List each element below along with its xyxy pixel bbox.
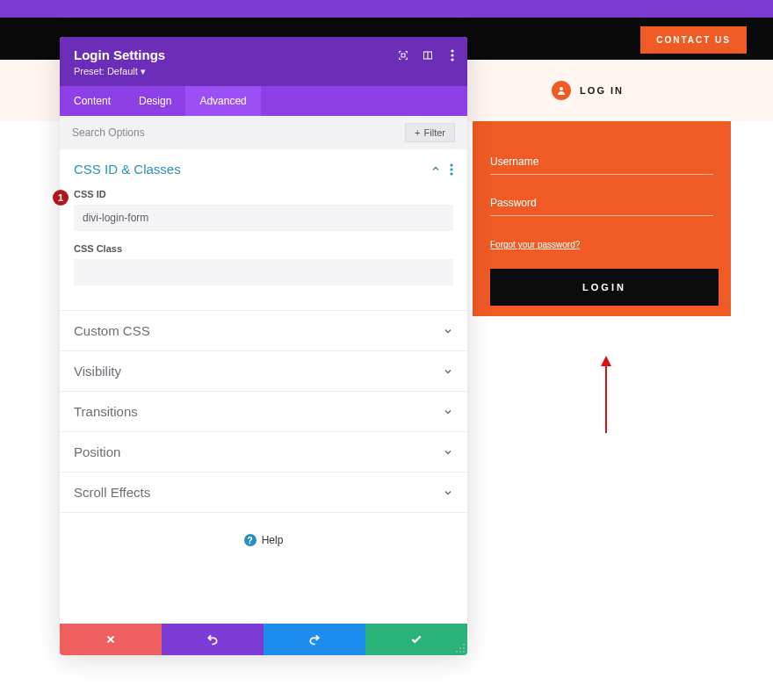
- expand-icon[interactable]: [397, 49, 409, 61]
- check-icon: [410, 633, 423, 646]
- svg-point-17: [456, 651, 458, 653]
- redo-button[interactable]: [264, 624, 365, 655]
- columns-icon[interactable]: [422, 49, 434, 61]
- chevron-down-icon: [443, 366, 453, 377]
- tab-design[interactable]: Design: [125, 86, 185, 116]
- save-button[interactable]: [365, 624, 467, 655]
- resize-handle-icon[interactable]: [455, 643, 466, 653]
- tab-advanced[interactable]: Advanced: [185, 86, 260, 116]
- section-position[interactable]: Position: [60, 432, 467, 473]
- section-transitions[interactable]: Transitions: [60, 392, 467, 432]
- chevron-down-icon: [443, 447, 453, 458]
- login-submit-button[interactable]: LOGIN: [490, 269, 719, 306]
- redo-icon: [308, 633, 321, 646]
- tab-content[interactable]: Content: [60, 86, 125, 116]
- username-field[interactable]: Username: [490, 153, 713, 175]
- svg-point-7: [451, 54, 453, 56]
- forgot-password-link[interactable]: Forgot your password?: [490, 240, 580, 249]
- svg-point-15: [459, 647, 461, 649]
- panel-preset[interactable]: Preset: Default ▾: [74, 66, 453, 77]
- password-label: Password: [490, 197, 537, 209]
- svg-marker-2: [601, 356, 611, 366]
- chevron-down-icon: [443, 487, 453, 498]
- svg-point-8: [451, 58, 453, 61]
- settings-panel: Login Settings Preset: Default ▾ Content…: [60, 37, 467, 655]
- login-link-label: LOG IN: [580, 85, 624, 96]
- chevron-up-icon[interactable]: [430, 163, 441, 176]
- panel-tabs: Content Design Advanced: [60, 86, 467, 116]
- undo-icon: [206, 633, 219, 646]
- user-icon: [552, 81, 571, 100]
- chevron-down-icon: [443, 407, 453, 417]
- help-icon: ?: [244, 534, 256, 546]
- annotation-arrow-icon: [597, 356, 615, 435]
- close-icon: [105, 634, 116, 645]
- section-kebab-icon[interactable]: [450, 163, 453, 176]
- help-link[interactable]: ? Help: [60, 513, 467, 567]
- svg-point-9: [450, 163, 452, 166]
- svg-rect-3: [401, 54, 405, 57]
- panel-footer: [60, 624, 467, 655]
- svg-point-10: [450, 168, 452, 170]
- svg-point-11: [450, 172, 452, 175]
- svg-point-19: [463, 651, 465, 653]
- css-class-input[interactable]: [74, 259, 453, 285]
- svg-point-6: [451, 49, 453, 52]
- section-css-id-classes: CSS ID & Classes CSS ID CSS Class: [60, 149, 467, 311]
- cancel-button[interactable]: [60, 624, 162, 655]
- css-id-label: CSS ID: [74, 189, 453, 199]
- css-class-label: CSS Class: [74, 243, 453, 254]
- undo-button[interactable]: [162, 624, 264, 655]
- section-title: CSS ID & Classes: [74, 162, 181, 177]
- css-id-input[interactable]: [74, 205, 453, 231]
- kebab-menu-icon[interactable]: [446, 49, 459, 61]
- section-scroll-effects[interactable]: Scroll Effects: [60, 473, 467, 513]
- chevron-down-icon: [443, 326, 453, 336]
- panel-header: Login Settings Preset: Default ▾: [60, 37, 467, 86]
- filter-button[interactable]: + Filter: [405, 123, 455, 142]
- svg-point-16: [463, 647, 465, 649]
- plus-icon: +: [415, 127, 420, 138]
- search-row: Search Options + Filter: [60, 116, 467, 149]
- password-field[interactable]: Password: [490, 194, 713, 216]
- login-form: Username Password Forgot your password? …: [473, 121, 731, 316]
- search-input[interactable]: Search Options: [72, 126, 145, 139]
- svg-point-18: [459, 651, 461, 653]
- username-label: Username: [490, 155, 538, 168]
- top-purple-bar: [0, 0, 773, 18]
- login-link[interactable]: LOG IN: [552, 81, 624, 100]
- annotation-marker: 1: [53, 190, 69, 206]
- svg-point-0: [560, 87, 563, 90]
- section-custom-css[interactable]: Custom CSS: [60, 311, 467, 351]
- section-visibility[interactable]: Visibility: [60, 351, 467, 392]
- svg-point-14: [463, 644, 465, 646]
- contact-us-button[interactable]: CONTACT US: [640, 26, 747, 54]
